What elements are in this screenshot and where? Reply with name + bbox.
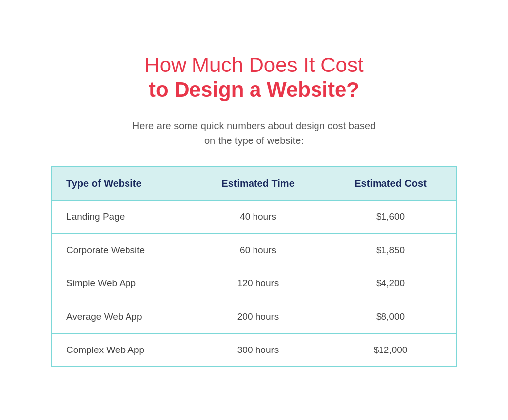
table-cell-4-0: Complex Web App <box>52 334 191 367</box>
table-cell-4-2: $12,000 <box>324 334 456 367</box>
table-header-row: Type of Website Estimated Time Estimated… <box>52 167 456 201</box>
title-line1: How Much Does It Cost <box>51 53 457 77</box>
table-body: Landing Page40 hours$1,600Corporate Webs… <box>52 201 456 367</box>
table-cell-0-1: 40 hours <box>191 201 324 234</box>
table-cell-0-0: Landing Page <box>52 201 191 234</box>
table-cell-1-0: Corporate Website <box>52 234 191 267</box>
title-line2: to Design a Website? <box>51 77 457 102</box>
table-row: Complex Web App300 hours$12,000 <box>52 334 456 367</box>
table-row: Corporate Website60 hours$1,850 <box>52 234 456 267</box>
table-cell-1-1: 60 hours <box>191 234 324 267</box>
subtitle-text: Here are some quick numbers about design… <box>51 118 457 148</box>
table-cell-2-2: $4,200 <box>324 267 456 300</box>
table-row: Simple Web App120 hours$4,200 <box>52 267 456 300</box>
table-cell-3-0: Average Web App <box>52 300 191 334</box>
title-section: How Much Does It Cost to Design a Websit… <box>51 53 457 103</box>
table-cell-2-1: 120 hours <box>191 267 324 300</box>
col-header-type: Type of Website <box>52 167 191 201</box>
pricing-table-wrapper: Type of Website Estimated Time Estimated… <box>51 166 457 367</box>
col-header-time: Estimated Time <box>191 167 324 201</box>
table-cell-1-2: $1,850 <box>324 234 456 267</box>
col-header-cost: Estimated Cost <box>324 167 456 201</box>
table-cell-2-0: Simple Web App <box>52 267 191 300</box>
table-row: Landing Page40 hours$1,600 <box>52 201 456 234</box>
main-container: How Much Does It Cost to Design a Websit… <box>41 33 467 388</box>
pricing-table: Type of Website Estimated Time Estimated… <box>52 167 456 366</box>
table-cell-3-2: $8,000 <box>324 300 456 334</box>
table-row: Average Web App200 hours$8,000 <box>52 300 456 334</box>
table-cell-4-1: 300 hours <box>191 334 324 367</box>
table-cell-3-1: 200 hours <box>191 300 324 334</box>
table-cell-0-2: $1,600 <box>324 201 456 234</box>
